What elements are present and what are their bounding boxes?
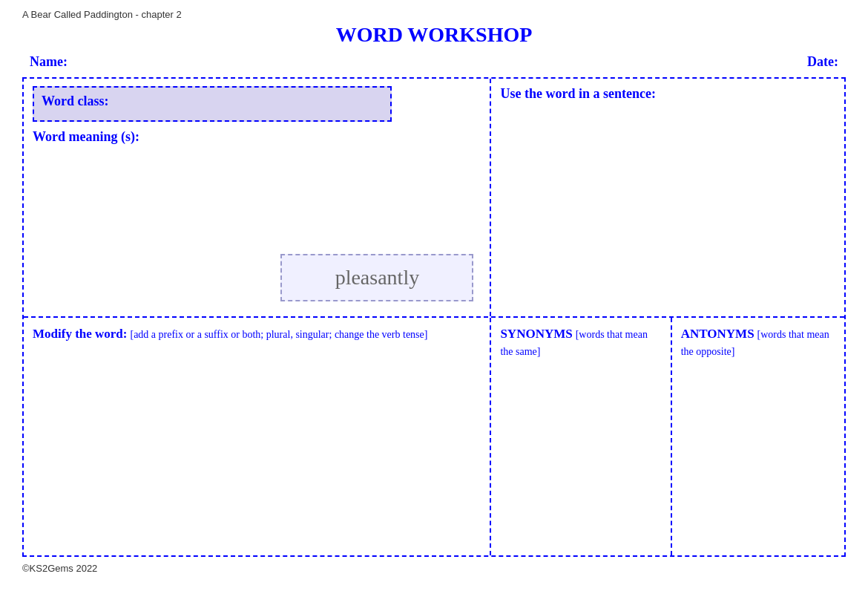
word-meaning-label: Word meaning (s): <box>33 129 481 145</box>
modify-panel: Modify the word: [add a prefix or a suff… <box>24 318 491 555</box>
date-label: Date: <box>807 54 838 70</box>
name-label: Name: <box>30 54 68 70</box>
synonyms-panel: SYNONYMS [words that mean the same] <box>491 318 671 555</box>
top-section: Word class: Word meaning (s): pleasantly… <box>24 79 844 318</box>
word-bubble: pleasantly <box>280 254 473 301</box>
antonyms-label-bold: ANTONYMS <box>681 327 754 341</box>
word-class-label: Word class: <box>42 94 109 108</box>
word-class-box: Word class: <box>33 86 392 122</box>
antonyms-label: ANTONYMS [words that mean the opposite] <box>681 325 835 359</box>
use-in-sentence-label: Use the word in a sentence: <box>500 86 835 102</box>
synonyms-label: SYNONYMS [words that mean the same] <box>500 325 661 359</box>
word-bubble-container: pleasantly <box>33 254 481 309</box>
modify-label-bold: Modify the word: <box>33 327 127 341</box>
left-panel: Word class: Word meaning (s): pleasantly <box>24 79 491 316</box>
subtitle: A Bear Called Paddington - chapter 2 <box>22 9 182 20</box>
antonyms-panel: ANTONYMS [words that mean the opposite] <box>672 318 844 555</box>
synonyms-label-bold: SYNONYMS <box>500 327 572 341</box>
modify-label: Modify the word: [add a prefix or a suff… <box>33 325 481 343</box>
footer: ©KS2Gems 2022 <box>22 563 846 574</box>
right-panel: Use the word in a sentence: <box>491 79 844 316</box>
modify-label-detail: [add a prefix or a suffix or both; plura… <box>130 329 427 340</box>
main-title: WORD WORKSHOP <box>22 23 846 47</box>
bottom-section: Modify the word: [add a prefix or a suff… <box>24 318 844 555</box>
worksheet-container: Word class: Word meaning (s): pleasantly… <box>22 77 846 557</box>
